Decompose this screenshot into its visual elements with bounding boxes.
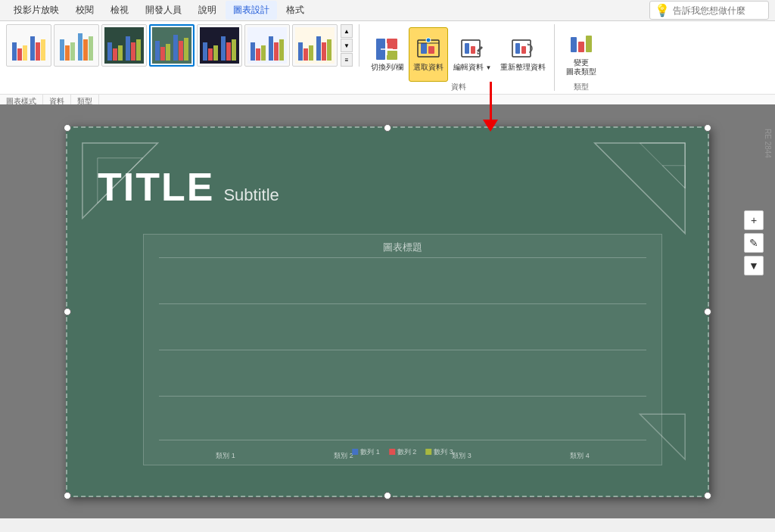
svg-rect-3: [30, 36, 35, 61]
arrow-indicator: [483, 82, 498, 132]
edit-data-icon: [460, 37, 484, 61]
menu-review[interactable]: 校閱: [68, 1, 101, 20]
legend-label-1: 數列 1: [360, 447, 380, 457]
svg-rect-7: [65, 45, 70, 61]
axis-label-1: 類別 1: [216, 451, 235, 461]
svg-rect-33: [269, 36, 273, 61]
svg-rect-11: [89, 36, 93, 61]
data-group-buttons: 切換列/欄 選取資料: [367, 24, 549, 82]
search-icon: 💡: [655, 3, 670, 17]
slide[interactable]: TITLE Subtitle 圖表標題: [66, 126, 709, 497]
search-box[interactable]: 💡: [649, 1, 769, 20]
svg-rect-0: [12, 42, 17, 61]
search-input[interactable]: [673, 5, 764, 16]
svg-rect-12: [107, 42, 112, 61]
refresh-data-label: 重新整理資料: [500, 63, 546, 72]
svg-rect-18: [155, 41, 160, 61]
gallery-item-4[interactable]: [149, 24, 195, 67]
menu-view[interactable]: 檢視: [103, 1, 136, 20]
switch-rowcol-icon: [375, 37, 399, 61]
slide-title-area: TITLE Subtitle: [98, 164, 279, 210]
svg-rect-31: [256, 48, 260, 61]
svg-marker-61: [640, 142, 685, 188]
gallery-item-1[interactable]: [6, 24, 51, 67]
chart-filters-button[interactable]: ▼: [744, 256, 764, 275]
svg-rect-46: [421, 43, 427, 54]
svg-rect-8: [70, 42, 75, 61]
svg-rect-32: [261, 45, 266, 61]
svg-rect-14: [118, 45, 123, 61]
svg-rect-9: [78, 33, 82, 61]
scroll-up[interactable]: ▲: [341, 24, 353, 38]
svg-rect-17: [136, 39, 141, 61]
select-data-icon: [416, 37, 440, 61]
handle-bm[interactable]: [384, 492, 391, 499]
menu-bar: 投影片放映 校閱 檢視 開發人員 說明 圖表設計 格式 💡: [0, 0, 775, 21]
switch-rowcol-button[interactable]: 切換列/欄: [367, 27, 407, 82]
menu-chart-design[interactable]: 圖表設計: [226, 1, 277, 20]
handle-tr[interactable]: [704, 124, 711, 132]
svg-rect-15: [126, 36, 130, 61]
svg-rect-53: [515, 43, 520, 54]
select-data-label: 選取資料: [413, 63, 444, 72]
handle-tm[interactable]: [384, 124, 391, 132]
svg-rect-35: [279, 39, 284, 61]
edit-data-button[interactable]: 編輯資料 ▼: [450, 27, 496, 82]
handle-tl[interactable]: [64, 124, 71, 132]
chart-container[interactable]: 圖表標題: [143, 234, 662, 465]
svg-rect-4: [36, 42, 40, 61]
svg-rect-44: [387, 51, 397, 60]
svg-rect-40: [322, 42, 326, 61]
menu-slideshow[interactable]: 投影片放映: [6, 1, 67, 20]
svg-rect-5: [41, 39, 45, 61]
slide-subtitle: Subtitle: [223, 185, 279, 205]
change-chart-type-icon: [569, 33, 593, 57]
handle-br[interactable]: [704, 492, 711, 499]
menu-format[interactable]: 格式: [279, 1, 312, 20]
svg-rect-6: [60, 39, 64, 61]
change-chart-type-button[interactable]: 變更 圖表類型: [562, 27, 600, 82]
add-chart-element-button[interactable]: +: [744, 210, 764, 230]
svg-rect-43: [387, 39, 397, 49]
gallery-item-2[interactable]: [54, 24, 99, 67]
select-data-button[interactable]: 選取資料: [409, 27, 448, 82]
refresh-data-icon: [511, 37, 535, 61]
gallery-item-3[interactable]: [101, 24, 147, 67]
legend-item-1: 數列 1: [352, 447, 380, 457]
handle-mr[interactable]: [704, 308, 711, 316]
gallery-scroll: ▲ ▼ ≡: [341, 24, 353, 67]
gallery-item-7[interactable]: [292, 24, 338, 67]
svg-rect-23: [184, 38, 188, 61]
menu-developer[interactable]: 開發人員: [138, 1, 189, 20]
refresh-data-button[interactable]: 重新整理資料: [496, 27, 549, 82]
handle-bl[interactable]: [64, 492, 71, 499]
svg-rect-10: [83, 39, 88, 61]
svg-rect-57: [586, 36, 592, 52]
gallery-item-5[interactable]: [197, 24, 242, 67]
chart-area: 類別 1 類別 2 類別 3 類別 4 數列 1 數列 2: [159, 257, 646, 442]
svg-rect-51: [471, 46, 475, 54]
svg-rect-47: [428, 46, 434, 54]
svg-rect-37: [303, 48, 308, 61]
svg-rect-2: [23, 45, 27, 61]
scroll-more[interactable]: ≡: [341, 53, 353, 67]
axis-label-2: 類別 2: [334, 451, 353, 461]
legend-item-3: 數列 3: [425, 447, 453, 457]
gallery-item-6[interactable]: [244, 24, 290, 67]
side-buttons: + ✎ ▼: [744, 210, 764, 275]
svg-rect-36: [298, 42, 303, 61]
svg-rect-30: [251, 42, 255, 61]
svg-rect-22: [179, 41, 183, 61]
svg-point-48: [426, 38, 431, 42]
change-chart-type-label: 變更 圖表類型: [566, 58, 596, 76]
svg-rect-54: [521, 46, 526, 54]
ribbon: ▲ ▼ ≡: [0, 21, 775, 104]
scroll-down[interactable]: ▼: [341, 39, 353, 52]
switch-rowcol-label: 切換列/欄: [371, 63, 403, 72]
legend-item-2: 數列 2: [389, 447, 417, 457]
menu-help[interactable]: 說明: [191, 1, 224, 20]
handle-ml[interactable]: [64, 308, 71, 316]
svg-rect-50: [465, 43, 469, 54]
chart-styles-button[interactable]: ✎: [744, 233, 764, 253]
svg-rect-27: [221, 36, 226, 61]
